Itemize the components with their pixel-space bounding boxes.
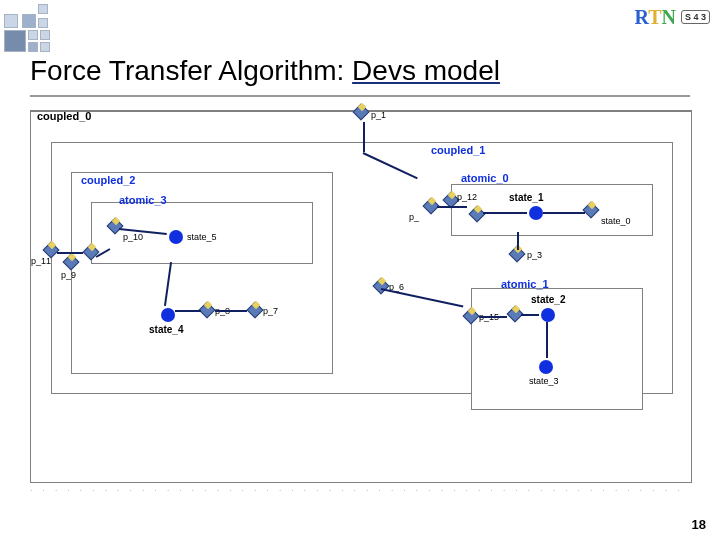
port-icon (201, 304, 213, 316)
logo-badge: S 4 3 (681, 10, 710, 24)
label-state-4: state_4 (149, 324, 183, 335)
port-label-p12: p_12 (457, 192, 477, 202)
page-number: 18 (692, 517, 706, 532)
label-atomic-3: atomic_3 (119, 194, 167, 206)
dotted-rule: · · · · · · · · · · · · · · · · · · · · … (30, 486, 690, 495)
label-coupled-2: coupled_2 (81, 174, 135, 186)
title-plain: Force Transfer Algorithm: (30, 55, 352, 86)
label-state-3: state_3 (529, 376, 559, 386)
edge (175, 310, 201, 312)
port-label-p7: p_7 (263, 306, 278, 316)
edge (437, 206, 467, 208)
port-label-p1: p_1 (371, 110, 386, 120)
slide: RTN S 4 3 Force Transfer Algorithm: Devs… (0, 0, 720, 540)
port-icon (425, 200, 437, 212)
state-circle (539, 360, 553, 374)
port-icon (509, 308, 521, 320)
port-icon (585, 204, 597, 216)
diagram-frame: coupled_0 p_1 coupled_1 coupled_2 atomic… (30, 110, 692, 483)
port-icon (471, 208, 483, 220)
page-title: Force Transfer Algorithm: Devs model (30, 55, 500, 87)
label-state-0: state_0 (601, 216, 631, 226)
state-circle (541, 308, 555, 322)
label-atomic-0: atomic_0 (461, 172, 509, 184)
edge (215, 310, 247, 312)
state-circle (529, 206, 543, 220)
logo-letter-n: N (662, 6, 676, 28)
edge (57, 252, 83, 254)
logo: RTN S 4 3 (634, 6, 710, 29)
port-icon (355, 106, 367, 118)
port-icon (65, 256, 77, 268)
edge (543, 212, 585, 214)
title-underlined: Devs model (352, 55, 500, 86)
label-coupled-0: coupled_0 (37, 110, 91, 122)
port-label-p11: p_11 (31, 256, 51, 266)
label-state-2: state_2 (531, 294, 565, 305)
box-atomic-1 (471, 288, 643, 410)
logo-letter-r: R (634, 6, 648, 28)
port-label-p10: p_10 (123, 232, 143, 242)
label-state-5: state_5 (187, 232, 217, 242)
state-circle (161, 308, 175, 322)
edge (479, 316, 507, 318)
edge (517, 232, 519, 250)
title-rule (30, 95, 690, 97)
edge (363, 122, 365, 152)
edge (483, 212, 527, 214)
logo-letter-t: T (648, 6, 661, 28)
port-icon (445, 194, 457, 206)
port-icon (45, 244, 57, 256)
port-label-p9: p_9 (61, 270, 76, 280)
label-coupled-1: coupled_1 (431, 144, 485, 156)
port-label-p3: p_3 (527, 250, 542, 260)
state-circle (169, 230, 183, 244)
port-icon (249, 304, 261, 316)
edge (521, 314, 539, 316)
label-state-1: state_1 (509, 192, 543, 203)
port-icon (109, 220, 121, 232)
port-icon (465, 310, 477, 322)
edge (546, 322, 548, 358)
port-label-extra: p_ (409, 212, 419, 222)
label-atomic-1: atomic_1 (501, 278, 549, 290)
